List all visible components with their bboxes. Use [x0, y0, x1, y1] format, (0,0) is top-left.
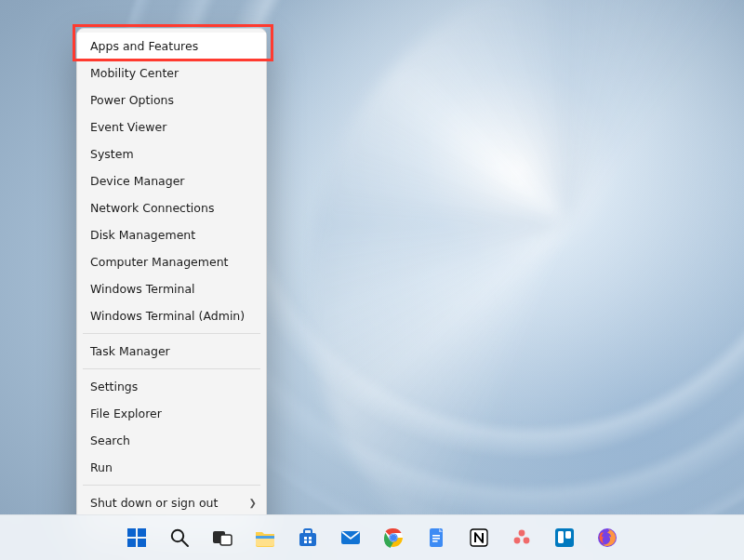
- task-view-button[interactable]: [204, 519, 241, 556]
- winx-event-viewer[interactable]: Event Viewer: [77, 113, 266, 140]
- menu-item-label: Mobility Center: [90, 66, 179, 80]
- winx-settings[interactable]: Settings: [77, 373, 266, 400]
- microsoft-store-button[interactable]: [289, 519, 326, 556]
- winx-windows-terminal-admin[interactable]: Windows Terminal (Admin): [77, 302, 266, 329]
- trello-button[interactable]: [546, 519, 583, 556]
- chrome-button[interactable]: [375, 519, 412, 556]
- winx-mobility-center[interactable]: Mobility Center: [77, 60, 266, 87]
- winx-run[interactable]: Run: [77, 454, 266, 481]
- asana-button[interactable]: [503, 519, 540, 556]
- mail-button[interactable]: [332, 519, 369, 556]
- winx-file-explorer[interactable]: File Explorer: [77, 400, 266, 427]
- menu-item-label: Power Options: [90, 93, 174, 107]
- firefox-button[interactable]: [589, 519, 626, 556]
- winx-search[interactable]: Search: [77, 427, 266, 454]
- winx-disk-management[interactable]: Disk Management: [77, 221, 266, 248]
- winx-device-manager[interactable]: Device Manager: [77, 167, 266, 194]
- menu-item-label: Disk Management: [90, 228, 195, 242]
- menu-item-label: Event Viewer: [90, 120, 166, 134]
- docs-icon: [425, 527, 447, 549]
- asana-icon: [511, 527, 533, 549]
- menu-item-label: Run: [90, 460, 113, 474]
- menu-item-label: Network Connections: [90, 201, 214, 215]
- winx-system[interactable]: System: [77, 140, 266, 167]
- start-button[interactable]: [118, 519, 155, 556]
- task-view-icon: [211, 527, 233, 549]
- menu-separator: [83, 485, 260, 486]
- taskbar: [0, 514, 744, 560]
- menu-item-label: Settings: [90, 380, 138, 393]
- search-button[interactable]: [161, 519, 198, 556]
- file-explorer-icon: [254, 527, 276, 549]
- notion-button[interactable]: [460, 519, 498, 556]
- menu-separator: [83, 368, 260, 369]
- windows-logo-icon: [126, 527, 148, 549]
- menu-item-label: Search: [90, 433, 130, 447]
- menu-item-label: System: [90, 147, 134, 161]
- winx-apps-and-features[interactable]: Apps and Features: [77, 33, 266, 60]
- menu-item-label: Windows Terminal (Admin): [90, 309, 245, 323]
- file-explorer-button[interactable]: [246, 519, 284, 556]
- notion-icon: [468, 527, 490, 549]
- menu-separator: [83, 333, 260, 334]
- chevron-right-icon: ❯: [249, 489, 257, 516]
- winx-network-connections[interactable]: Network Connections: [77, 194, 266, 221]
- menu-item-label: Computer Management: [90, 255, 228, 269]
- winx-power-options[interactable]: Power Options: [77, 87, 266, 113]
- google-docs-button[interactable]: [418, 519, 455, 556]
- menu-item-label: Apps and Features: [90, 39, 198, 53]
- trello-icon: [553, 527, 576, 549]
- menu-item-label: Task Manager: [90, 344, 170, 358]
- firefox-icon: [596, 527, 618, 549]
- menu-item-label: Device Manager: [90, 174, 185, 188]
- chrome-icon: [382, 527, 405, 549]
- mail-icon: [339, 527, 362, 549]
- search-icon: [168, 527, 191, 549]
- winx-computer-management[interactable]: Computer Management: [77, 248, 266, 275]
- microsoft-store-icon: [297, 527, 319, 549]
- winx-power-user-menu: Apps and FeaturesMobility CenterPower Op…: [76, 28, 267, 548]
- menu-item-label: File Explorer: [90, 407, 162, 420]
- menu-item-label: Windows Terminal: [90, 282, 195, 296]
- menu-item-label: Shut down or sign out: [90, 496, 218, 510]
- winx-task-manager[interactable]: Task Manager: [77, 338, 266, 365]
- winx-windows-terminal[interactable]: Windows Terminal: [77, 275, 266, 302]
- winx-shutdown-signout[interactable]: Shut down or sign out❯: [77, 489, 266, 516]
